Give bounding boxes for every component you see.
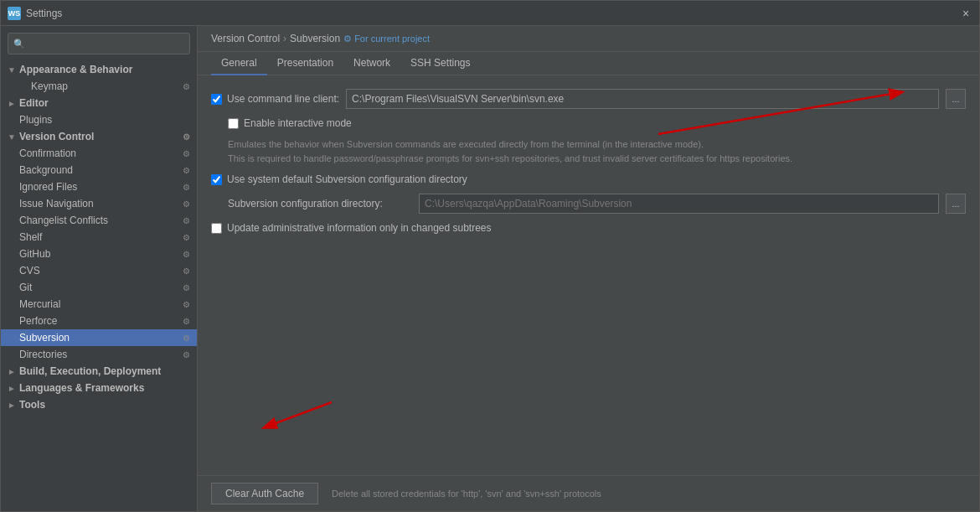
sidebar: 🔍 ▼ Appearance & Behavior Keymap ⚙ ► [1, 26, 198, 511]
update-admin-label: Update administrative information only i… [227, 222, 492, 234]
settings-icon: ⚙ [183, 166, 190, 175]
description-line1: Emulates the behavior when Subversion co… [228, 139, 704, 149]
arrow-icon: ► [8, 384, 16, 393]
svn-config-dir-browse-button[interactable]: ... [946, 194, 966, 214]
sidebar-item-issue-navigation[interactable]: Issue Navigation ⚙ [1, 195, 197, 212]
settings-icon: ⚙ [183, 283, 190, 292]
sidebar-label: Changelist Conflicts [19, 215, 108, 226]
use-cmd-client-checkbox-label[interactable]: Use command line client: [211, 93, 339, 105]
search-icon: 🔍 [13, 39, 25, 49]
sidebar-item-appearance[interactable]: ▼ Appearance & Behavior [1, 61, 197, 78]
main-panel: Version Control › Subversion ⚙ For curre… [198, 26, 979, 511]
sidebar-item-cvs[interactable]: CVS ⚙ [1, 262, 197, 279]
breadcrumb: Version Control › Subversion ⚙ For curre… [198, 26, 979, 52]
window-title: Settings [26, 8, 62, 19]
settings-icon: ⚙ [183, 199, 190, 209]
sidebar-item-confirmation[interactable]: Confirmation ⚙ [1, 145, 197, 162]
sidebar-label: Version Control [19, 131, 94, 142]
sidebar-item-keymap[interactable]: Keymap ⚙ [1, 78, 197, 95]
sidebar-item-languages[interactable]: ► Languages & Frameworks [1, 380, 197, 396]
sidebar-item-ignored-files[interactable]: Ignored Files ⚙ [1, 178, 197, 195]
sidebar-label: Mercurial [19, 298, 60, 310]
annotation-arrows [198, 75, 979, 475]
sidebar-label: Confirmation [19, 147, 76, 159]
settings-icon: ⚙ [183, 82, 190, 91]
breadcrumb-sep: › [283, 33, 286, 44]
settings-icon: ⚙ [183, 350, 190, 359]
tab-network[interactable]: Network [343, 52, 400, 75]
sidebar-item-background[interactable]: Background ⚙ [1, 162, 197, 178]
enable-interactive-label: Enable interactive mode [244, 117, 352, 129]
use-system-default-label: Use system default Subversion configurat… [227, 173, 467, 185]
sidebar-item-directories[interactable]: Directories ⚙ [1, 346, 197, 363]
main-content: 🔍 ▼ Appearance & Behavior Keymap ⚙ ► [1, 26, 979, 511]
cmd-client-browse-button[interactable]: ... [946, 89, 966, 109]
tab-presentation[interactable]: Presentation [267, 52, 343, 75]
sidebar-item-plugins[interactable]: Plugins [1, 111, 197, 128]
system-default-row: Use system default Subversion configurat… [211, 173, 966, 185]
sidebar-item-editor[interactable]: ► Editor [1, 95, 197, 111]
sidebar-tree: ▼ Appearance & Behavior Keymap ⚙ ► Edito… [1, 61, 197, 511]
sidebar-item-git[interactable]: Git ⚙ [1, 279, 197, 296]
svg-line-3 [265, 402, 332, 427]
sidebar-item-shelf[interactable]: Shelf ⚙ [1, 229, 197, 246]
svn-config-dir-input[interactable] [419, 194, 939, 214]
update-admin-checkbox-label[interactable]: Update administrative information only i… [211, 222, 492, 234]
update-admin-checkbox[interactable] [211, 223, 222, 234]
sidebar-item-subversion[interactable]: Subversion ⚙ [1, 329, 197, 346]
enable-interactive-checkbox[interactable] [228, 118, 239, 129]
project-link[interactable]: ⚙ For current project [343, 34, 430, 44]
search-box[interactable]: 🔍 [8, 33, 190, 54]
sidebar-label: Editor [19, 97, 49, 109]
sidebar-item-changelist-conflicts[interactable]: Changelist Conflicts ⚙ [1, 212, 197, 229]
arrow-icon: ▼ [8, 65, 16, 75]
footer-bar: Clear Auth Cache Delete all stored crede… [198, 475, 979, 511]
panel-body: Use command line client: ... Enable inte… [198, 75, 979, 475]
tab-general[interactable]: General [211, 52, 267, 75]
use-system-default-checkbox[interactable] [211, 174, 222, 185]
sidebar-label: Issue Navigation [19, 198, 94, 209]
sidebar-label: Build, Execution, Deployment [19, 365, 161, 377]
sidebar-item-mercurial[interactable]: Mercurial ⚙ [1, 296, 197, 313]
breadcrumb-part2: Subversion [290, 33, 340, 44]
sidebar-label: Appearance & Behavior [19, 64, 132, 75]
sidebar-item-perforce[interactable]: Perforce ⚙ [1, 313, 197, 329]
description-block: Emulates the behavior when Subversion co… [228, 137, 966, 165]
sidebar-label: Keymap [31, 80, 68, 92]
sidebar-item-build[interactable]: ► Build, Execution, Deployment [1, 363, 197, 380]
settings-icon: ⚙ [183, 183, 190, 192]
use-cmd-client-checkbox[interactable] [211, 94, 222, 105]
settings-window: WS Settings × 🔍 ▼ Appearance & Behavior … [0, 0, 980, 512]
arrow-icon: ► [8, 367, 16, 376]
sidebar-label: Perforce [19, 315, 57, 327]
svn-config-dir-field-row: ... [419, 194, 966, 214]
sidebar-label: Background [19, 164, 73, 176]
enable-interactive-checkbox-label[interactable]: Enable interactive mode [228, 117, 352, 129]
settings-icon: ⚙ [183, 300, 190, 309]
sidebar-label: CVS [19, 265, 40, 277]
svn-config-dir-row: Subversion configuration directory: ... [228, 194, 966, 214]
sidebar-item-github[interactable]: GitHub ⚙ [1, 246, 197, 262]
cmd-client-field-row: ... [346, 89, 966, 109]
search-input[interactable] [28, 38, 184, 49]
app-icon: WS [8, 7, 21, 20]
title-bar-left: WS Settings [8, 7, 62, 20]
settings-icon: ⚙ [183, 149, 190, 158]
sidebar-item-tools[interactable]: ► Tools [1, 396, 197, 413]
footer-description: Delete all stored credentials for 'http'… [332, 489, 601, 499]
use-system-default-checkbox-label[interactable]: Use system default Subversion configurat… [211, 173, 467, 185]
sidebar-item-version-control[interactable]: ▼ Version Control ⚙ [1, 128, 197, 145]
sidebar-label: Tools [19, 399, 45, 411]
arrow-overlay [198, 75, 979, 475]
settings-icon: ⚙ [183, 250, 190, 259]
arrow-icon: ► [8, 401, 16, 410]
tabs-bar: General Presentation Network SSH Setting… [198, 52, 979, 75]
update-admin-row: Update administrative information only i… [211, 222, 966, 234]
sidebar-label: Directories [19, 349, 67, 360]
sidebar-label: Languages & Frameworks [19, 382, 144, 394]
cmd-client-input[interactable] [346, 89, 939, 109]
settings-icon: ⚙ [183, 266, 190, 276]
clear-auth-cache-button[interactable]: Clear Auth Cache [211, 483, 318, 504]
tab-ssh-settings[interactable]: SSH Settings [400, 52, 480, 75]
close-button[interactable]: × [959, 7, 972, 20]
